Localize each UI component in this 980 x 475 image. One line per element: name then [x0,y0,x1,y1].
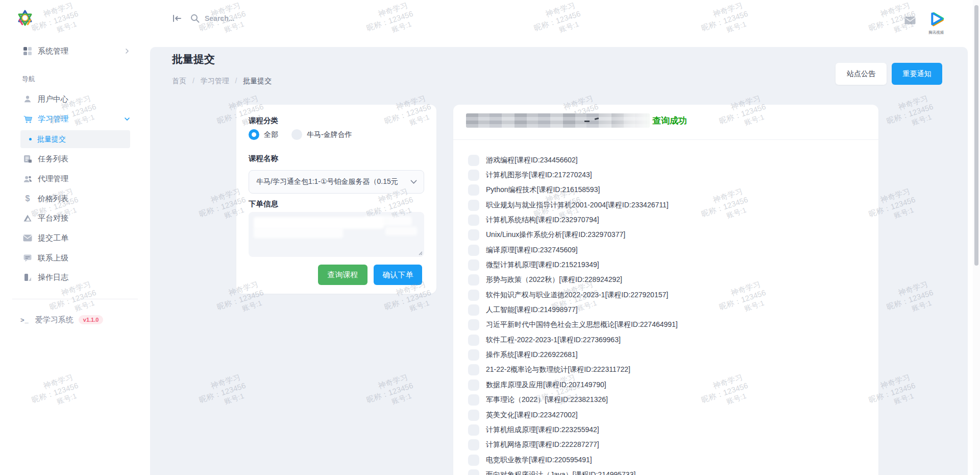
sidebar-item-agent-mgmt[interactable]: 代理管理 [0,170,150,188]
course-row[interactable]: 21-22-2概率论与数理统计[课程ID:222311722] [468,363,866,377]
course-label: 21-22-2概率论与数理统计[课程ID:222311722] [486,365,630,374]
sidebar-item-system[interactable]: 系统管理 [0,42,150,60]
sidebar-item-ticket[interactable]: 提交工单 [0,229,150,247]
course-checkbox[interactable] [468,410,479,421]
course-row[interactable]: Unix/Linux操作系统分析[课程ID:232970377] [468,228,866,243]
breadcrumb-home[interactable]: 首页 [172,77,186,85]
course-label: 职业规划与就业指导计算机2001-2004[课程ID:233426711] [486,201,669,210]
course-checkbox[interactable] [468,455,479,466]
scrollbar-thumb[interactable] [974,5,978,266]
course-label: 习近平新时代中国特色社会主义思想概论[课程ID:227464991] [486,320,678,329]
sidebar-subitem-label: 批量提交 [37,135,66,144]
resize-handle[interactable] [418,250,423,255]
course-row[interactable]: 面向对象程序设计（Java）[课程ID:214995733] [468,467,866,475]
course-checkbox[interactable] [468,290,479,301]
course-row[interactable]: 军事理论（2022）[课程ID:223821326] [468,393,866,408]
mail-icon[interactable] [904,16,916,27]
course-row[interactable]: 软件知识产权与职业道德2022-2023-1[课程ID:227920157] [468,288,866,302]
course-checkbox[interactable] [468,184,479,196]
course-checkbox[interactable] [468,349,479,361]
query-result-card: 查询成功 游戏编程[课程ID:234456602] 计算机图形学[课程ID:21… [453,105,878,475]
course-label: 军事理论（2022）[课程ID:223821326] [486,395,608,405]
course-list: 游戏编程[课程ID:234456602] 计算机图形学[课程ID:2172702… [453,139,878,475]
course-row[interactable]: 计算机组成原理[课程ID:223255942] [468,422,866,437]
course-row[interactable]: 操作系统[课程ID:226922681] [468,347,866,362]
course-row[interactable]: 电竞职业教学[课程ID:220595491] [468,453,866,467]
course-checkbox[interactable] [468,439,479,450]
tencent-video-shortcut[interactable]: 腾讯视频 [925,10,947,35]
course-label: 数据库原理及应用[课程ID:207149790] [486,381,606,390]
course-checkbox[interactable] [468,304,479,316]
order-info-textarea[interactable] [249,212,424,257]
sidebar-item-label: 任务列表 [38,154,68,164]
course-label: 计算机图形学[课程ID:217270243] [486,171,592,180]
redacted-mosaic [466,113,650,128]
course-select[interactable]: 牛马/学习通全包1:1-①号铂金服务器（0.15元 [249,170,424,194]
course-checkbox[interactable] [468,424,479,436]
course-checkbox[interactable] [468,155,479,166]
course-row[interactable]: 形势与政策（2022秋）[课程ID:228924292] [468,273,866,288]
course-label: 计算机系统结构[课程ID:232970794] [486,216,599,225]
course-row[interactable]: 英美文化[课程ID:223427002] [468,408,866,422]
course-checkbox[interactable] [468,274,479,286]
grid-icon [22,46,33,56]
course-row[interactable]: Python编程技术[课程ID:216158593] [468,183,866,198]
course-row[interactable]: 游戏编程[课程ID:234456602] [468,153,866,168]
radio-all[interactable] [249,129,259,140]
site-notice-button[interactable]: 站点公告 [836,63,887,85]
breadcrumb-study-mgmt[interactable]: 学习管理 [201,77,229,85]
sidebar-subitem-batch-submit[interactable]: 批量提交 [20,130,130,148]
course-label: Python编程技术[课程ID:216158593] [486,185,600,195]
radio-all-label: 全部 [264,130,278,139]
order-info-label: 下单信息 [249,199,278,209]
course-checkbox[interactable] [468,335,479,346]
course-row[interactable]: 计算机系统结构[课程ID:232970794] [468,212,866,227]
course-checkbox[interactable] [468,170,479,181]
chevron-right-icon [125,46,130,56]
course-checkbox[interactable] [468,319,479,330]
collapse-sidebar-icon[interactable] [172,13,183,26]
course-checkbox[interactable] [468,364,479,375]
course-checkbox[interactable] [468,469,479,475]
sidebar-item-label: 系统管理 [38,46,68,56]
radio-partner[interactable] [291,129,302,140]
query-success-status: 查询成功 [652,115,687,127]
course-row[interactable]: 编译原理[课程ID:232745609] [468,243,866,257]
search-icon[interactable] [190,13,200,26]
course-label: Unix/Linux操作系统分析[课程ID:232970377] [486,230,625,240]
app-logo-icon [14,7,36,29]
breadcrumb-separator: / [235,77,237,85]
course-row[interactable]: 微型计算机原理[课程ID:215219349] [468,257,866,272]
sidebar-item-price-list[interactable]: $ 价格列表 [0,189,150,208]
course-row[interactable]: 职业规划与就业指导计算机2001-2004[课程ID:233426711] [468,198,866,212]
sidebar-item-task-list[interactable]: 任务列表 [0,150,150,168]
course-checkbox[interactable] [468,229,479,241]
course-row[interactable]: 计算机图形学[课程ID:217270243] [468,168,866,182]
course-checkbox[interactable] [468,200,479,211]
sidebar-item-user-center[interactable]: 用户中心 [0,90,150,108]
sidebar-item-study-mgmt[interactable]: 学习管理 [0,110,150,128]
chevron-down-icon [410,180,417,184]
course-checkbox[interactable] [468,245,479,256]
course-checkbox[interactable] [468,259,479,271]
course-checkbox[interactable] [468,394,479,406]
course-checkbox[interactable] [468,215,479,226]
course-row[interactable]: 数据库原理及应用[课程ID:207149790] [468,377,866,392]
course-row[interactable]: 习近平新时代中国特色社会主义思想概论[课程ID:227464991] [468,318,866,332]
sidebar-item-platform[interactable]: 平台对接 [0,209,150,227]
category-radio-group: 全部 牛马-金牌合作 [249,129,352,140]
important-notice-button[interactable]: 重要通知 [892,63,942,85]
sidebar-item-contact[interactable]: 联系上级 [0,249,150,267]
search-input[interactable]: Search... [205,14,234,22]
course-row[interactable]: 计算机网络原理[课程ID:222287277] [468,438,866,453]
course-row[interactable]: 人工智能[课程ID:214998977] [468,302,866,317]
redacted-text [365,216,412,226]
query-course-button[interactable]: 查询课程 [318,265,368,285]
sidebar-item-label: 提交工单 [38,233,68,243]
confirm-order-button[interactable]: 确认下单 [374,265,422,285]
course-row[interactable]: 软件工程-2022-2023-1[课程ID:227369963] [468,332,866,347]
sidebar-item-label: 平台对接 [38,213,68,223]
sidebar-item-logs[interactable]: 操作日志 [0,268,150,287]
course-checkbox[interactable] [468,379,479,391]
redacted-text [385,227,417,235]
